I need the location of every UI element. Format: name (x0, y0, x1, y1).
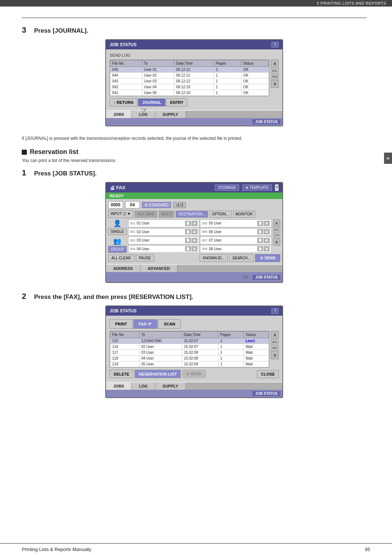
fax-multi-btn[interactable]: MULTI (159, 211, 174, 218)
fax-user-item[interactable]: 005 05 User 📄 📋 (200, 219, 271, 227)
fax-allclear-btn[interactable]: ALL CLEAR (108, 255, 134, 262)
js1-date-2: 08.12:12 (174, 78, 214, 84)
fax-scroll-down[interactable]: ∨ (273, 238, 280, 246)
user-book-btn[interactable]: 📋 (264, 246, 270, 251)
fax-template-button[interactable]: ★ TEMPLATE (242, 185, 272, 191)
js2-close-btn[interactable]: CLOSE (257, 370, 279, 378)
js2-scroll-down[interactable]: ∨ (271, 351, 279, 359)
fax-knownid-btn[interactable]: KNOWN ID... (200, 254, 228, 262)
js1-title-bar: JOB STATUS ? (106, 40, 282, 49)
user-icons: 📄 📋 (185, 229, 197, 234)
js2-pages-3: 1 (219, 356, 244, 361)
step1-text: Press [JOB STATUS]. (34, 170, 97, 177)
main-content: 3 Press [JOURNAL]. JOB STATUS ? SEND LOG… (0, 7, 392, 418)
reservation-section-title: Reservation list (22, 148, 367, 156)
js1-status-btn[interactable]: JOB STATUS (252, 119, 281, 125)
js1-file-4: 041 (110, 90, 142, 96)
fax-user-item[interactable]: 001 01 User 📄 📋 (128, 219, 200, 227)
fax-user-item[interactable]: 003 03 User 📄 📋 (128, 236, 200, 244)
fax-user-item[interactable]: 006 06 User 📄 📋 (200, 228, 271, 236)
js2-tab-supply[interactable]: SUPPLY (155, 382, 186, 390)
fax-quality-btn[interactable]: ↕1↕2 (173, 202, 186, 208)
js1-tab-supply[interactable]: SUPPLY (155, 111, 186, 118)
js1-scroll-buttons: ∧ 001 009 ∨ (271, 60, 279, 96)
js1-return-button[interactable]: ↑ RETURN (110, 98, 137, 106)
js2-tab-scan[interactable]: SCAN (158, 319, 180, 329)
js1-entry-button[interactable]: ENTRY (166, 98, 188, 106)
user-book-btn[interactable]: 📋 (192, 229, 197, 234)
js2-status-btn[interactable]: JOB STATUS (252, 390, 281, 397)
fax-user-item[interactable]: 002 02 User 📄 📋 (128, 228, 200, 236)
fax-pause-btn[interactable]: PAUSE (136, 255, 154, 262)
js1-main-table: File No. To Date,Time Pages Status 045 U… (110, 60, 269, 96)
fax-option-btn[interactable]: OPTION... (209, 211, 232, 218)
fax-user-item[interactable]: 004 04 User 📄 📋 (128, 245, 200, 253)
step1-number: 1 (22, 168, 30, 178)
fax-single-btn[interactable]: SINGLE (108, 228, 127, 235)
js2-reservationlist-btn[interactable]: RESERVATION LIST (135, 370, 181, 378)
fax-search-btn[interactable]: SEARCH... (229, 254, 254, 262)
user-book-btn[interactable]: 📋 (192, 246, 197, 251)
fax-screen: 🖨 FAX STORAGE ★ TEMPLATE ? READY 0000 04… (105, 182, 283, 283)
top-bar: 5 PRINTING LISTS AND REPORTS (0, 0, 392, 7)
js2-scroll-up[interactable]: ∧ (271, 331, 279, 339)
fax-help-button[interactable]: ? (275, 184, 279, 191)
user-doc-btn[interactable]: 📄 (185, 238, 191, 243)
fax-storage-button[interactable]: STORAGE (215, 185, 239, 191)
user-book-btn[interactable]: 📋 (264, 229, 270, 234)
user-doc-btn[interactable]: 📄 (185, 246, 191, 251)
job-status-screen-1: JOB STATUS ? SEND LOG File No. To Date,T… (105, 39, 283, 126)
user-book-btn[interactable]: 📋 (192, 238, 197, 243)
user-doc-btn[interactable]: 📄 (185, 229, 191, 234)
js2-date-4: 15.02:09 (182, 361, 218, 367)
table-row: 041 User 05 08.12:10 1 OK (110, 90, 269, 96)
fax-user-grid: 001 01 User 📄 📋 005 05 User 📄 📋 002 02 U… (128, 219, 271, 253)
js1-tab-log[interactable]: LOG (132, 111, 155, 118)
fax-send-btn[interactable]: ⊙ SEND (255, 254, 280, 262)
table-row: 115 1234567890 15.02:07 1 Line1 (110, 338, 269, 344)
fax-group-btn[interactable]: GROUP (108, 246, 127, 253)
js2-delete-btn[interactable]: DELETE (110, 370, 133, 378)
js1-journal-button[interactable]: JOURNAL (138, 98, 165, 106)
fax-tab-address[interactable]: ADDRESS (106, 265, 140, 272)
user-book-btn[interactable]: 📋 (264, 221, 270, 226)
user-doc-btn[interactable]: 📄 (185, 221, 191, 226)
fax-faxsave-btn[interactable]: FAX SAVE (135, 211, 157, 218)
fax-user-item[interactable]: 007 07 User 📄 📋 (200, 236, 271, 244)
js1-scroll-up[interactable]: ∧ (271, 60, 279, 68)
user-doc-btn[interactable]: 📄 (257, 238, 263, 243)
fax-counter2: 04 (125, 201, 140, 208)
fax-user-item[interactable]: 008 08 User 📄 📋 (200, 245, 271, 253)
js2-help-button[interactable]: ? (271, 308, 279, 314)
js2-send-btn[interactable]: ⊙ SEND (182, 370, 206, 378)
user-icons: 📄 📋 (257, 238, 270, 243)
fax-destination-btn[interactable]: DESTINATION... (176, 211, 208, 218)
user-book-btn[interactable]: 📋 (264, 238, 270, 243)
js2-scroll-buttons: ∧ 001 002 ∨ (271, 331, 279, 368)
user-name: 02 User (137, 230, 150, 234)
js2-tab-print[interactable]: PRINT (110, 319, 132, 329)
fax-tab-advanced[interactable]: ADVANCED (140, 265, 178, 272)
fax-left-panel: 👤 SINGLE 👥 GROUP (108, 219, 127, 253)
fax-input-btn[interactable]: INPUT ⓘ ▼ (108, 210, 133, 218)
user-doc-btn[interactable]: 📄 (257, 221, 263, 226)
js1-th-pages: Pages (214, 60, 241, 67)
js1-status-bar: JOB STATUS (106, 118, 282, 126)
js2-tab-fax[interactable]: FAX ☞ (133, 319, 158, 329)
fax-status-btn[interactable]: JOB STATUS (252, 274, 281, 280)
fax-scroll-up[interactable]: ∧ (273, 219, 280, 227)
js1-help-button[interactable]: ? (271, 42, 279, 48)
user-doc-btn[interactable]: 📄 (257, 229, 263, 234)
js2-tab-log[interactable]: LOG (132, 382, 155, 390)
fax-monitor-btn[interactable]: MONITOR (233, 211, 255, 218)
fax-resolution-btn[interactable]: ⚙ STANDARD (142, 202, 171, 208)
user-book-btn[interactable]: 📋 (192, 221, 197, 226)
fax-action-row: ALL CLEAR PAUSE KNOWN ID... SEARCH... ⊙ … (108, 254, 280, 262)
js2-main-table: File No. To Date,Time Pages Status 115 1… (110, 331, 269, 368)
js1-scroll-down[interactable]: ∨ (271, 80, 279, 88)
user-icons: 📄 📋 (257, 221, 270, 226)
fax-body: 0000 04 ⚙ STANDARD ↕1↕2 INPUT ⓘ ▼ FAX SA… (106, 199, 282, 264)
js1-tab-jobs[interactable]: JOBS (106, 111, 132, 118)
js2-tab-jobs[interactable]: JOBS (106, 382, 132, 390)
user-doc-btn[interactable]: 📄 (257, 246, 263, 251)
